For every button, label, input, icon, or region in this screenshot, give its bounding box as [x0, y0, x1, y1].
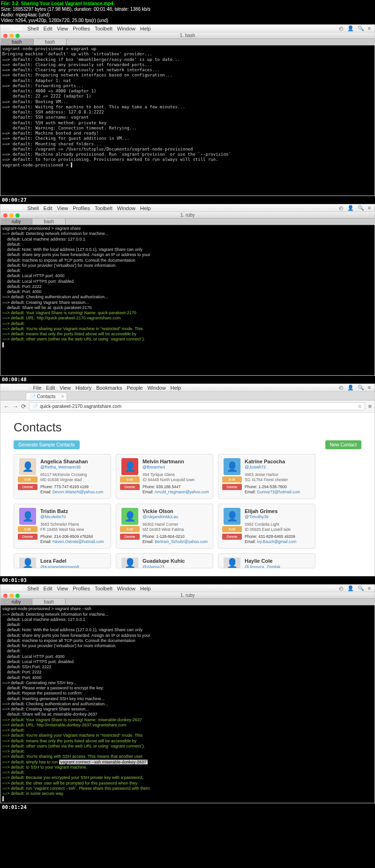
tab-bash-1[interactable]: bash	[0, 39, 34, 45]
tab-ruby[interactable]: ruby	[0, 599, 32, 605]
edit-button[interactable]: Edit	[120, 526, 140, 532]
maximize-icon[interactable]	[15, 393, 20, 398]
back-button[interactable]: ←	[3, 403, 9, 410]
minimize-icon[interactable]	[9, 393, 14, 398]
email-link[interactable]: Haven.Osinski@hotmail.com	[52, 539, 104, 544]
minimize-icon[interactable]	[9, 213, 14, 218]
menu-window[interactable]: Window	[147, 385, 165, 391]
search-icon[interactable]: 🔍	[358, 385, 364, 391]
menu-window[interactable]: Window	[117, 586, 135, 591]
maximize-icon[interactable]	[15, 34, 20, 38]
edit-button[interactable]: Edit	[120, 476, 140, 483]
user-icon[interactable]: 👤	[347, 25, 354, 31]
search-icon[interactable]: 🔍	[358, 585, 364, 591]
app-name[interactable]: iTerm	[9, 586, 22, 591]
menu-window[interactable]: Window	[117, 205, 135, 211]
minimize-icon[interactable]	[9, 594, 14, 598]
close-icon[interactable]	[3, 34, 8, 38]
menu-help[interactable]: Help	[140, 26, 151, 31]
tab-close-icon[interactable]: ×	[61, 394, 64, 399]
app-name[interactable]: iTerm	[9, 205, 22, 211]
email-link[interactable]: Arnold_Hegmann@yahoo.com	[155, 490, 209, 494]
reload-button[interactable]: ⟳	[21, 403, 26, 410]
edit-button[interactable]: Edit	[222, 476, 242, 483]
contact-handle[interactable]: @Alvena23	[142, 565, 209, 569]
menu-icon[interactable]: ≡	[368, 205, 371, 211]
menu-view[interactable]: View	[57, 586, 68, 591]
menu-help[interactable]: Help	[140, 205, 151, 211]
email-link[interactable]: Gunnar73@hotmail.com	[257, 490, 300, 494]
user-icon[interactable]: 👤	[347, 385, 354, 391]
menu-view[interactable]: View	[57, 205, 68, 211]
search-icon[interactable]: 🔍	[358, 25, 364, 31]
menu-bookmarks[interactable]: Bookmarks	[96, 385, 122, 391]
contact-handle[interactable]: @Breanne4	[142, 465, 209, 470]
edit-button[interactable]: Edit	[18, 526, 38, 532]
user-icon[interactable]: 👤	[347, 205, 354, 211]
menu-help[interactable]: Help	[171, 385, 181, 391]
menu-view[interactable]: View	[57, 26, 68, 31]
menu-people[interactable]: People	[127, 385, 142, 391]
search-icon[interactable]: 🔍	[358, 205, 364, 211]
tab-ruby[interactable]: ruby	[0, 219, 32, 225]
browser-tab[interactable]: 📄 Contacts×	[26, 392, 67, 400]
menu-edit[interactable]: Edit	[44, 586, 52, 591]
app-name[interactable]: iTerm	[9, 26, 22, 31]
email-link[interactable]: Bertram_Schultz@yahoo.com	[155, 539, 208, 544]
menu-window[interactable]: Window	[117, 26, 135, 31]
menu-profiles[interactable]: Profiles	[73, 205, 90, 211]
contact-handle[interactable]: @AlejandrinMcLau	[142, 514, 209, 520]
delete-button[interactable]: Delete	[120, 534, 140, 540]
generate-contacts-button[interactable]: Generate Sample Contacts	[14, 440, 80, 449]
contact-handle[interactable]: @Jessyca_Zemlak	[245, 565, 311, 569]
app-name[interactable]: Chrome	[9, 385, 29, 391]
maximize-icon[interactable]	[15, 213, 20, 218]
menu-toolbelt[interactable]: Toolbelt	[95, 586, 112, 591]
menu-toolbelt[interactable]: Toolbelt	[95, 205, 112, 211]
user-icon[interactable]: 👤	[347, 585, 354, 591]
delete-button[interactable]: Delete	[120, 484, 140, 490]
tab-bash[interactable]: bash	[32, 599, 66, 605]
menu-shell[interactable]: Shell	[27, 26, 38, 31]
delete-button[interactable]: Delete	[222, 484, 242, 490]
close-icon[interactable]	[3, 594, 8, 598]
menu-icon[interactable]: ≡	[368, 385, 371, 391]
delete-button[interactable]: Delete	[18, 484, 38, 490]
menu-shell[interactable]: Shell	[27, 205, 38, 211]
menu-view[interactable]: View	[60, 385, 71, 391]
menu-profiles[interactable]: Profiles	[73, 26, 90, 31]
edit-button[interactable]: Edit	[222, 526, 242, 532]
terminal-output-1[interactable]: vagrant-node-provisioned > vagrant up Br…	[0, 45, 375, 196]
menu-help[interactable]: Help	[140, 586, 151, 591]
contact-handle[interactable]: @Timothy39	[245, 514, 311, 520]
url-bar[interactable]: 📄 quick-parakeet-2170.vagrantshare.com☆	[29, 402, 365, 410]
clock-icon[interactable]: ◴	[339, 205, 344, 211]
contact-handle[interactable]: @KarianeWeimann8	[40, 565, 107, 569]
clock-icon[interactable]: ◴	[339, 25, 344, 31]
terminal-output-2[interactable]: vagrant-node-provisioned > vagrant share…	[0, 225, 375, 375]
menu-icon[interactable]: ≡	[368, 25, 371, 31]
contact-handle[interactable]: @Retha_Weimann36	[40, 465, 107, 470]
tab-bash[interactable]: bash	[32, 219, 66, 225]
delete-button[interactable]: Delete	[222, 534, 242, 540]
menu-profiles[interactable]: Profiles	[73, 586, 90, 591]
minimize-icon[interactable]	[9, 34, 14, 38]
maximize-icon[interactable]	[15, 594, 20, 598]
menu-edit[interactable]: Edit	[46, 385, 55, 391]
contact-handle[interactable]: @Nicolette70	[40, 514, 107, 520]
menu-history[interactable]: History	[75, 385, 91, 391]
email-link[interactable]: Devon.Wisischi@yahoo.com	[52, 490, 103, 494]
delete-button[interactable]: Delete	[18, 534, 38, 540]
clock-icon[interactable]: ◴	[339, 385, 344, 391]
clock-icon[interactable]: ◴	[339, 585, 344, 591]
edit-button[interactable]: Edit	[18, 476, 38, 483]
menu-icon[interactable]: ≡	[368, 403, 372, 410]
tab-bash-2[interactable]: bash	[34, 39, 67, 45]
close-icon[interactable]	[3, 393, 8, 398]
menu-icon[interactable]: ≡	[368, 585, 371, 591]
menu-shell[interactable]: Shell	[27, 586, 38, 591]
contact-handle[interactable]: @Josiah72	[245, 465, 311, 470]
new-contact-button[interactable]: New Contact	[325, 440, 361, 449]
star-icon[interactable]: ☆	[358, 404, 362, 409]
menu-edit[interactable]: Edit	[44, 205, 52, 211]
